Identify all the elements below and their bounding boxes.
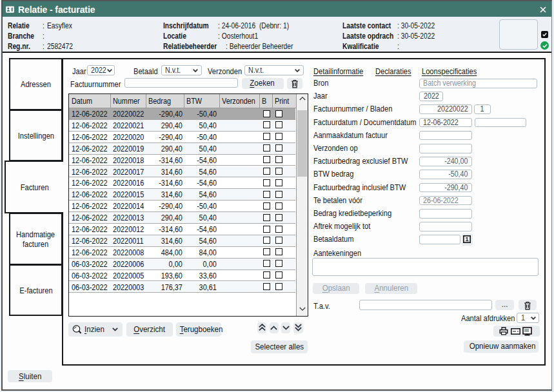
svg-text:1: 1 bbox=[465, 236, 468, 242]
